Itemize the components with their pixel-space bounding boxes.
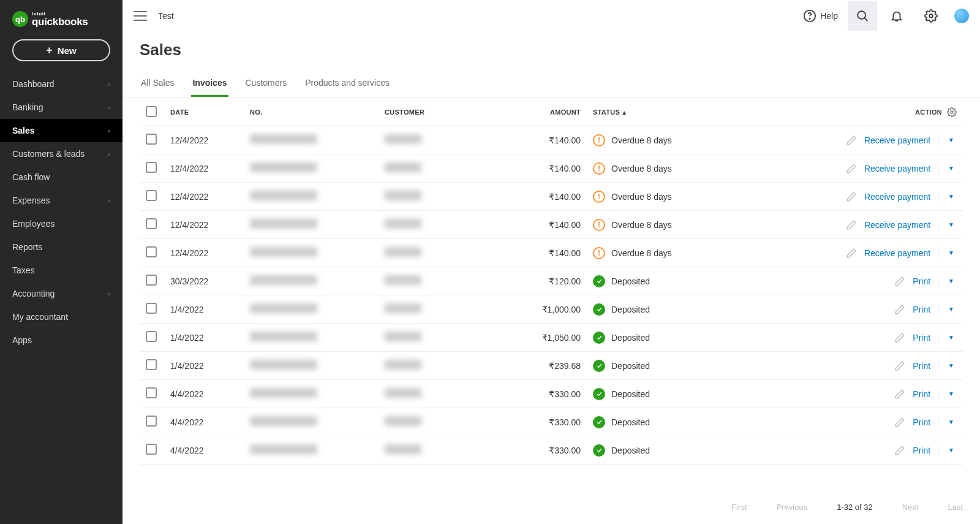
row-action-dropdown[interactable]: ▼ — [946, 164, 957, 173]
table-row[interactable]: 1/4/2022₹1,050.00DepositedPrint▼ — [140, 324, 963, 352]
search-button[interactable] — [848, 1, 877, 31]
row-action-dropdown[interactable]: ▼ — [946, 192, 957, 201]
nav-item-taxes[interactable]: Taxes — [0, 259, 123, 282]
nav-item-cash-flow[interactable]: Cash flow — [0, 165, 123, 189]
table-settings-button[interactable] — [947, 107, 957, 117]
row-checkbox[interactable] — [146, 190, 157, 201]
row-action-link[interactable]: Receive payment — [864, 135, 930, 145]
edit-button[interactable] — [846, 163, 857, 174]
table-row[interactable]: 30/3/2022₹120.00DepositedPrint▼ — [140, 267, 963, 295]
pager-previous[interactable]: Previous — [777, 503, 808, 512]
row-checkbox[interactable] — [146, 359, 157, 370]
row-action-link[interactable]: Print — [913, 417, 930, 427]
row-action-link[interactable]: Print — [913, 305, 930, 314]
row-action-dropdown[interactable]: ▼ — [946, 333, 957, 342]
row-action-link[interactable]: Print — [913, 333, 930, 343]
row-checkbox[interactable] — [146, 303, 157, 314]
row-action-link[interactable]: Print — [913, 276, 930, 286]
col-amount[interactable]: AMOUNT — [513, 97, 587, 126]
edit-button[interactable] — [894, 445, 905, 456]
brand-logo[interactable]: qb intuit quickbooks — [0, 0, 123, 34]
edit-button[interactable] — [894, 417, 905, 428]
notifications-button[interactable] — [882, 1, 911, 31]
company-name[interactable]: Test — [158, 11, 174, 21]
nav-item-apps[interactable]: Apps — [0, 328, 123, 352]
row-checkbox[interactable] — [146, 331, 157, 342]
row-action-link[interactable]: Receive payment — [864, 220, 930, 230]
edit-button[interactable] — [846, 135, 857, 146]
row-action-dropdown[interactable]: ▼ — [946, 446, 957, 455]
nav-item-employees[interactable]: Employees — [0, 212, 123, 235]
nav-item-customers-leads[interactable]: Customers & leads› — [0, 142, 123, 165]
tab-invoices[interactable]: Invoices — [191, 72, 228, 97]
col-customer[interactable]: CUSTOMER — [379, 97, 513, 126]
row-checkbox[interactable] — [146, 416, 157, 427]
avatar[interactable] — [954, 9, 969, 23]
col-no[interactable]: NO. — [244, 97, 379, 126]
table-row[interactable]: 4/4/2022₹330.00DepositedPrint▼ — [140, 436, 963, 465]
row-action-dropdown[interactable]: ▼ — [946, 417, 957, 427]
cell-no — [244, 154, 379, 183]
help-link[interactable]: Help — [798, 6, 843, 26]
nav-item-expenses[interactable]: Expenses› — [0, 189, 123, 212]
nav-item-sales[interactable]: Sales› — [0, 119, 123, 142]
tab-all-sales[interactable]: All Sales — [140, 72, 175, 97]
pencil-icon — [846, 163, 857, 174]
edit-button[interactable] — [894, 276, 905, 287]
row-action-dropdown[interactable]: ▼ — [946, 135, 957, 145]
table-row[interactable]: 12/4/2022₹140.00!Overdue 8 daysReceive p… — [140, 154, 963, 183]
row-checkbox[interactable] — [146, 218, 157, 229]
nav-item-reports[interactable]: Reports — [0, 235, 123, 259]
row-action-link[interactable]: Receive payment — [864, 164, 930, 173]
table-row[interactable]: 12/4/2022₹140.00!Overdue 8 daysReceive p… — [140, 239, 963, 267]
row-checkbox[interactable] — [146, 246, 157, 257]
row-action-dropdown[interactable]: ▼ — [946, 276, 957, 286]
row-checkbox[interactable] — [146, 162, 157, 173]
table-row[interactable]: 1/4/2022₹239.68DepositedPrint▼ — [140, 352, 963, 380]
table-row[interactable]: 12/4/2022₹140.00!Overdue 8 daysReceive p… — [140, 183, 963, 211]
cell-amount: ₹1,050.00 — [513, 324, 587, 352]
row-action-link[interactable]: Print — [913, 361, 930, 371]
edit-button[interactable] — [894, 389, 905, 400]
row-checkbox[interactable] — [146, 387, 157, 398]
nav-item-banking[interactable]: Banking› — [0, 96, 123, 119]
table-row[interactable]: 4/4/2022₹330.00DepositedPrint▼ — [140, 380, 963, 408]
pager-next[interactable]: Next — [902, 503, 919, 512]
row-action-dropdown[interactable]: ▼ — [946, 305, 957, 314]
nav-item-my-accountant[interactable]: My accountant — [0, 305, 123, 328]
row-checkbox[interactable] — [146, 134, 157, 145]
row-action-link[interactable]: Receive payment — [864, 248, 930, 258]
row-action-dropdown[interactable]: ▼ — [946, 248, 957, 257]
select-all-checkbox[interactable] — [146, 106, 157, 117]
pager-first[interactable]: First — [731, 503, 747, 512]
tab-customers[interactable]: Customers — [244, 72, 288, 97]
tab-products-and-services[interactable]: Products and services — [304, 72, 391, 97]
col-date[interactable]: DATE — [164, 97, 244, 126]
edit-button[interactable] — [894, 360, 905, 371]
row-checkbox[interactable] — [146, 275, 157, 286]
row-action-link[interactable]: Print — [913, 446, 930, 455]
nav-item-accounting[interactable]: Accounting› — [0, 282, 123, 305]
pager-last[interactable]: Last — [948, 503, 963, 512]
table-row[interactable]: 1/4/2022₹1,000.00DepositedPrint▼ — [140, 295, 963, 324]
cell-action: Receive payment▼ — [734, 239, 963, 267]
row-action-dropdown[interactable]: ▼ — [946, 220, 957, 229]
row-action-dropdown[interactable]: ▼ — [946, 361, 957, 370]
menu-toggle[interactable] — [134, 11, 147, 21]
edit-button[interactable] — [846, 191, 857, 202]
table-row[interactable]: 12/4/2022₹140.00!Overdue 8 daysReceive p… — [140, 126, 963, 154]
col-status[interactable]: STATUS▲ — [587, 97, 734, 126]
edit-button[interactable] — [894, 332, 905, 343]
edit-button[interactable] — [846, 248, 857, 259]
table-row[interactable]: 12/4/2022₹140.00!Overdue 8 daysReceive p… — [140, 211, 963, 239]
nav-item-dashboard[interactable]: Dashboard› — [0, 72, 123, 96]
new-button[interactable]: + New — [12, 39, 110, 61]
row-action-dropdown[interactable]: ▼ — [946, 389, 957, 398]
row-action-link[interactable]: Print — [913, 389, 930, 399]
row-action-link[interactable]: Receive payment — [864, 192, 930, 202]
edit-button[interactable] — [894, 304, 905, 315]
table-row[interactable]: 4/4/2022₹330.00DepositedPrint▼ — [140, 408, 963, 436]
settings-button[interactable] — [916, 1, 946, 31]
edit-button[interactable] — [846, 219, 857, 230]
row-checkbox[interactable] — [146, 444, 157, 455]
